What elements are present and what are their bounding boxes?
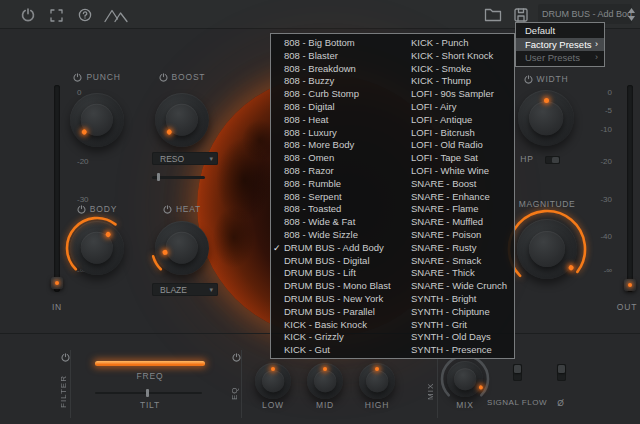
preset-item-selected[interactable]: ✓ DRUM BUS - Add Body [271,242,409,255]
preset-item[interactable]: SYNTH - Grit [409,319,514,332]
menu-item-user-presets[interactable]: User Presets › [516,51,604,65]
preset-item[interactable]: KICK - Grizzly [271,331,409,344]
punch-knob[interactable] [70,93,124,147]
preset-item[interactable]: LOFI - Antique [409,114,514,127]
preset-item[interactable]: LOFI - White Wine [409,165,514,178]
preset-item[interactable]: 808 - Wide Sizzle [271,229,409,242]
hp-label: HP [516,154,538,164]
preset-item[interactable]: 808 - Buzzy [271,75,409,88]
preset-item[interactable]: SNARE - Poison [409,229,514,242]
high-label: HIGH [337,400,417,410]
eq-mid-knob[interactable] [307,363,343,399]
freq-slider[interactable] [95,361,205,366]
resize-icon [50,9,63,22]
output-gain-fader[interactable] [627,85,633,292]
preset-item[interactable]: SYNTH - Bright [409,293,514,306]
reso-dropdown[interactable]: RESO ▾ [152,152,218,165]
preset-item[interactable]: SNARE - Smack [409,255,514,268]
preset-item[interactable]: 808 - Curb Stomp [271,88,409,101]
preset-item[interactable]: DRUM BUS - Lift [271,267,409,280]
menu-item-default[interactable]: Default [516,24,604,38]
preset-item[interactable]: LOFI - Airy [409,101,514,114]
preset-item[interactable]: LOFI - Bitcrush [409,127,514,140]
preset-menu-column-2: KICK - Punch KICK - Short Knock KICK - S… [409,37,514,355]
preset-item[interactable]: SNARE - Wide Crunch [409,280,514,293]
preset-item[interactable]: SNARE - Flame [409,203,514,216]
preset-item[interactable]: 808 - Razor [271,165,409,178]
preset-item[interactable]: SYNTH - Chiptune [409,306,514,319]
preset-item[interactable]: 808 - Rumble [271,178,409,191]
reso-slider-handle[interactable] [157,173,160,181]
preset-item[interactable]: 808 - More Body [271,139,409,152]
eq-low-knob[interactable] [255,363,291,399]
input-fader-handle[interactable] [51,277,63,289]
in-scale-0: 0 [77,88,81,97]
brand-logo [103,7,129,23]
tilt-slider-handle[interactable] [146,389,149,397]
signal-flow-toggle[interactable] [513,364,522,381]
menu-item-label: User Presets [525,51,580,65]
preset-item[interactable]: 808 - Blaster [271,50,409,63]
mix-knob[interactable] [447,361,483,397]
blaze-dropdown[interactable]: BLAZE ▾ [152,283,218,296]
help-button[interactable] [77,7,93,23]
punch-label: PUNCH [57,72,137,82]
preset-item[interactable]: 808 - Wide & Fat [271,216,409,229]
heat-knob[interactable] [155,221,209,275]
preset-item[interactable]: DRUM BUS - Mono Blast [271,280,409,293]
preset-item[interactable]: 808 - Big Bottom [271,37,409,50]
preset-selector[interactable]: DRUM BUS - Add Body [538,4,632,24]
save-preset-button[interactable] [513,7,529,23]
out-scale-10: -10 [580,125,612,134]
preset-item[interactable]: DRUM BUS - Digital [271,255,409,268]
width-knob[interactable] [518,90,574,146]
preset-stepper[interactable] [626,6,636,22]
preset-item[interactable]: SYNTH - Presence [409,344,514,357]
preset-menu: 808 - Big Bottom 808 - Blaster 808 - Bre… [270,33,515,359]
phase-toggle[interactable] [557,364,566,381]
preset-item[interactable]: LOFI - Old Radio [409,139,514,152]
preset-item[interactable]: KICK - Thump [409,75,514,88]
preset-name: DRUM BUS - Add Body [542,9,632,19]
output-fader-handle[interactable] [624,279,636,291]
preset-item[interactable]: KICK - Smoke [409,63,514,76]
preset-item[interactable]: DRUM BUS - Parallel [271,306,409,319]
preset-item[interactable]: SNARE - Muffled [409,216,514,229]
preset-item[interactable]: LOFI - Tape Sat [409,152,514,165]
preset-item[interactable]: DRUM BUS - New York [271,293,409,306]
tilt-label: TILT [110,400,190,410]
eq-high-knob[interactable] [359,363,395,399]
body-knob[interactable] [70,221,124,275]
preset-item[interactable]: SNARE - Enhance [409,191,514,204]
preset-item[interactable]: 808 - Omen [271,152,409,165]
resize-button[interactable] [48,7,64,23]
magnitude-knob[interactable] [517,219,577,279]
preset-item[interactable]: 808 - Breakdown [271,63,409,76]
preset-item[interactable]: 808 - Toasted [271,203,409,216]
preset-item[interactable]: KICK - Short Knock [409,50,514,63]
preset-item[interactable]: KICK - Gut [271,344,409,357]
preset-item[interactable]: 808 - Digital [271,101,409,114]
preset-item[interactable]: 808 - Serpent [271,191,409,204]
bypass-button[interactable] [20,7,36,23]
preset-category-menu: Default Factory Presets › User Presets › [515,22,605,67]
preset-item[interactable]: SNARE - Rusty [409,242,514,255]
freq-label: FREQ [110,371,190,381]
preset-item[interactable]: LOFI - 90s Sampler [409,88,514,101]
preset-item[interactable]: SNARE - Thick [409,267,514,280]
hp-toggle[interactable] [545,156,560,164]
out-scale-40: -40 [580,232,612,241]
preset-item[interactable]: KICK - Punch [409,37,514,50]
preset-item[interactable]: SYNTH - Old Days [409,331,514,344]
preset-item[interactable]: 808 - Luxury [271,127,409,140]
preset-item[interactable]: KICK - Basic Knock [271,319,409,332]
boost-knob[interactable] [155,93,209,147]
menu-item-factory-presets[interactable]: Factory Presets › [516,38,604,52]
load-preset-button[interactable] [483,7,503,23]
power-icon [73,73,82,82]
preset-item[interactable]: SNARE - Boost [409,178,514,191]
chevron-up-down-icon [627,7,636,22]
check-icon: ✓ [273,242,281,255]
input-gain-fader[interactable] [54,85,60,292]
preset-item[interactable]: 808 - Heat [271,114,409,127]
